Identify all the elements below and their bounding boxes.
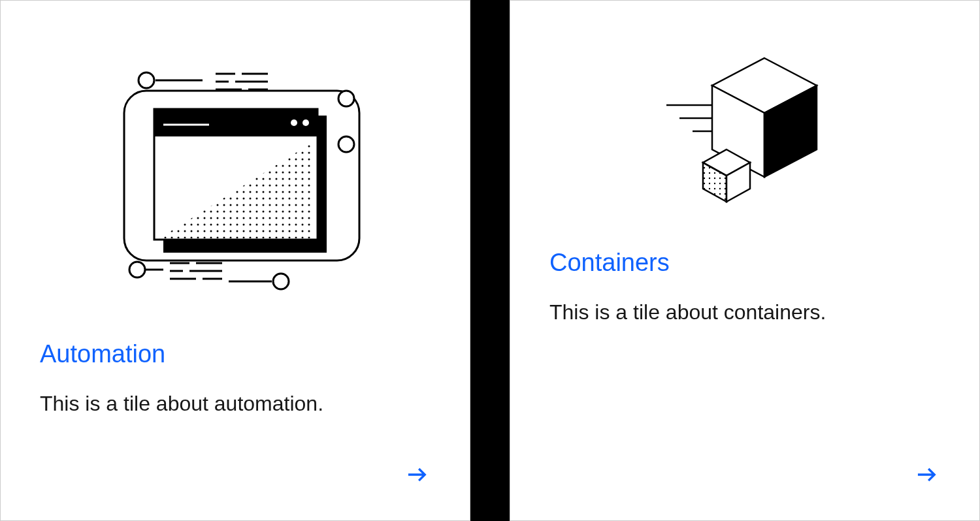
automation-illustration-icon [40, 40, 431, 314]
containers-illustration-icon [549, 40, 940, 223]
tile-description: This is a tile about automation. [40, 392, 431, 416]
tile-description: This is a tile about containers. [549, 300, 940, 324]
arrow-right-icon[interactable] [914, 462, 940, 488]
svg-point-26 [291, 119, 297, 126]
svg-point-5 [129, 262, 145, 277]
tile-containers[interactable]: Containers This is a tile about containe… [510, 0, 980, 521]
arrow-right-icon[interactable] [404, 462, 431, 488]
svg-point-2 [139, 72, 154, 88]
svg-point-3 [338, 91, 354, 106]
svg-point-4 [338, 136, 354, 152]
tile-title: Containers [549, 249, 940, 277]
tile-automation[interactable]: Automation This is a tile about automati… [0, 0, 470, 521]
tile-title: Automation [40, 340, 431, 368]
svg-point-27 [302, 119, 309, 126]
svg-point-6 [273, 274, 289, 289]
